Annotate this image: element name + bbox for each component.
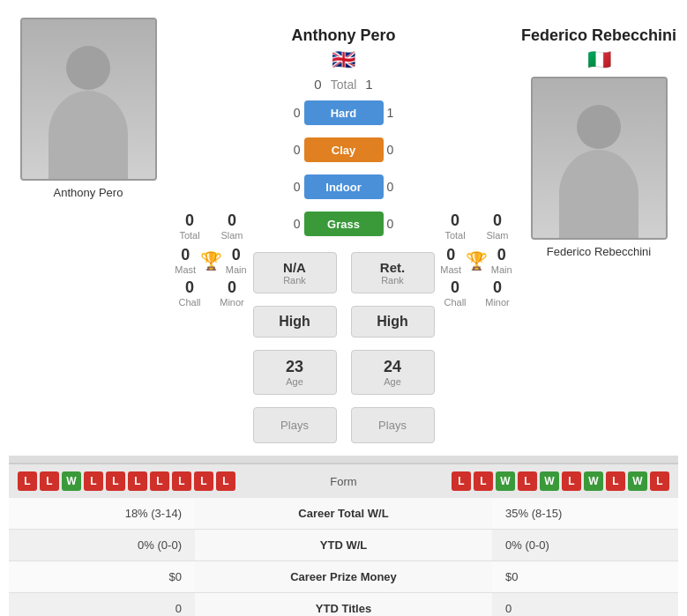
table-cell-label: Career Prize Money [195,561,492,593]
player1-high-value: High [258,314,332,330]
player2-trophy-icon: 🏆 [466,250,488,271]
player1-slam-block: 0 Slam [213,212,250,241]
player1-total-value: 0 [185,212,194,230]
table-cell-right: 0 [492,593,678,617]
player2-card: Federico Rebecchini 🇮🇹 Federico Rebecchi… [519,18,678,258]
player2-mast-value: 0 [446,246,455,264]
grass-score-right: 0 [387,217,407,231]
player1-minor-block: 0 Minor [213,278,250,308]
player1-age-label: Age [258,376,332,387]
court-row-grass: 0 Grass 0 [281,208,407,240]
indoor-button[interactable]: Indoor [304,174,384,199]
grass-score-left: 0 [281,217,301,231]
form-badge-p2: W [496,471,515,491]
form-badge-p1: L [172,471,191,491]
player2-flag: 🇮🇹 [587,48,611,71]
form-badge-p1: L [106,471,125,491]
form-badge-p2: L [606,471,625,491]
player2-slam-label: Slam [486,230,508,241]
form-badge-p2: L [562,471,581,491]
table-cell-right: 35% (8-15) [492,498,678,530]
player2-stats: 0 Total 0 Slam 0 Mast 🏆 0 Main [437,203,516,309]
main-container: Anthony Pero 0 Total 0 Slam 0 Mast 🏆 [0,0,687,616]
player1-stat-row-3: 0 Chall 0 Minor [171,278,250,308]
player2-chall-value: 0 [451,278,459,297]
hard-button[interactable]: Hard [304,100,384,125]
court-rows: 0 Hard 1 0 Clay 0 0 Indoor 0 0 Grass [281,97,407,240]
player2-mast-label: Mast [440,264,461,275]
player1-plays-label: Plays [258,419,332,432]
form-badge-p2: L [518,471,537,491]
player1-name-header: Anthony Pero [291,26,395,45]
player1-high-box: High [253,306,337,338]
player2-rank-box: Ret. Rank [351,252,435,293]
table-cell-label: YTD Titles [195,593,492,617]
player1-minor-value: 0 [228,278,236,297]
player1-rank-box: N/A Rank [253,252,337,293]
player2-minor-label: Minor [485,297,510,308]
player2-trophy-row: 0 Mast 🏆 0 Main [437,246,516,275]
player1-chall-label: Chall [178,297,200,308]
player1-info-boxes: N/A Rank High 23 Age Plays [253,249,337,447]
player2-rank-label: Rank [355,275,430,286]
hard-score-left: 0 [281,106,301,120]
player1-slam-value: 0 [228,212,236,230]
player1-card: Anthony Pero [9,18,168,199]
player2-total-block: 0 Total [437,212,474,241]
player2-plays-label: Plays [355,419,430,432]
player2-high-box: High [351,306,435,338]
player1-age-value: 23 [258,358,332,376]
form-badge-p2: W [628,471,647,491]
player1-slam-label: Slam [220,230,243,241]
form-badge-p1: L [84,471,103,491]
player2-avatar [531,77,668,240]
table-cell-left: $0 [9,561,195,593]
player1-flag-row: 🇬🇧 [332,48,355,71]
form-badge-p1: L [194,471,213,491]
total-score-right: 1 [365,77,372,92]
player2-total-value: 0 [451,212,459,230]
player2-mast-block: 0 Mast [437,246,466,275]
table-row: $0 Career Prize Money $0 [9,561,678,593]
total-label: Total [331,78,357,92]
indoor-score-left: 0 [281,180,301,194]
table-row: 0 YTD Titles 0 [9,593,678,617]
form-badge-p1: L [150,471,169,491]
table-row: 18% (3-14) Career Total W/L 35% (8-15) [9,498,678,530]
form-section: LLWLLLLLLL Form LLWLWLWLWL [9,463,678,498]
player2-stat-row-1: 0 Total 0 Slam [437,212,516,241]
form-badge-p2: W [540,471,559,491]
table-cell-label: Career Total W/L [195,498,492,530]
player1-form-badges: LLWLLLLLLL [18,471,300,491]
player1-stat-row-1: 0 Total 0 Slam [171,212,250,241]
player2-name-header: Federico Rebecchini [521,26,676,45]
player2-plays-box: Plays [351,407,435,443]
player2-main-label: Main [491,264,512,275]
clay-score-right: 0 [387,143,407,157]
form-label: Form [309,475,379,488]
player1-avatar [20,18,157,181]
table-row: 0% (0-0) YTD W/L 0% (0-0) [9,530,678,561]
player2-stat-row-3: 0 Chall 0 Minor [437,278,516,308]
table-cell-left: 18% (3-14) [9,498,195,530]
player2-high-value: High [355,314,430,330]
player2-name-label: Federico Rebecchini [547,245,652,258]
player2-age-label: Age [355,376,430,387]
player1-main-value: 0 [232,246,241,264]
player1-trophy-row: 0 Mast 🏆 0 Main [171,246,250,275]
total-row: 0 Total 1 [314,77,372,92]
player1-mast-block: 0 Mast [171,246,200,275]
player2-age-box: 24 Age [351,350,435,395]
player1-chall-block: 0 Chall [171,278,208,308]
player1-flag: 🇬🇧 [332,48,355,71]
player1-trophy-icon: 🏆 [200,250,222,271]
form-badge-p2: L [650,471,669,491]
player2-main-block: 0 Main [488,246,517,275]
court-row-hard: 0 Hard 1 [281,97,407,129]
table-cell-left: 0% (0-0) [9,530,195,561]
grass-button[interactable]: Grass [304,212,384,236]
clay-button[interactable]: Clay [304,137,384,162]
player2-minor-block: 0 Minor [479,278,516,308]
player1-mast-label: Mast [175,264,196,275]
form-badge-p1: L [40,471,59,491]
